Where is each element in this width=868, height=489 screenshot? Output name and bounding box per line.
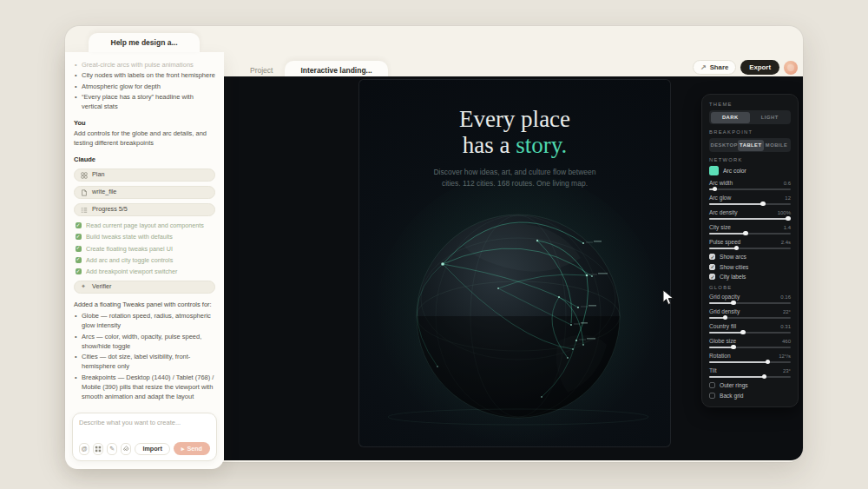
- share-button[interactable]: ↗ Share: [693, 60, 736, 75]
- globe-section-label: GLOBE: [709, 285, 791, 290]
- check-icon: [76, 222, 82, 228]
- list-item: Breakpoints — Desktop (1440) / Tablet (7…: [74, 373, 215, 402]
- components-button[interactable]: [93, 443, 103, 455]
- chat-sidebar: Great-circle arcs with pulse animations …: [65, 52, 224, 469]
- slider-thumb[interactable]: [723, 315, 728, 320]
- breakpoint-segmented-control: DESKTOP TABLET MOBILE: [709, 138, 791, 152]
- export-button[interactable]: Export: [740, 60, 779, 75]
- slider-thumb[interactable]: [762, 374, 767, 380]
- slider-thumb[interactable]: [713, 187, 718, 192]
- checkbox-icon: [709, 264, 715, 270]
- slider-grid-opacity[interactable]: Grid opacity0.16: [709, 294, 791, 304]
- checkbox-icon: [709, 382, 715, 388]
- composer: @ ✎ Import ▸ Send: [72, 413, 217, 461]
- summary-bullet-list: Globe — rotation speed, radius, atmosphe…: [74, 311, 215, 401]
- check-icon: [76, 246, 82, 252]
- check-icon: [76, 257, 82, 263]
- mouse-cursor: [662, 289, 676, 310]
- prompt-input[interactable]: [79, 419, 210, 434]
- assistant-bullet-list: Great-circle arcs with pulse animations …: [74, 60, 215, 111]
- progress-checklist: Read current page layout and components …: [76, 221, 215, 276]
- list-item: Globe — rotation speed, radius, atmosphe…: [74, 311, 215, 331]
- checklist-icon: [81, 207, 88, 214]
- paperclip-icon: [122, 446, 129, 453]
- chat-tab[interactable]: Help me design a...: [89, 33, 200, 52]
- check-icon: [76, 268, 82, 274]
- list-item: “Every place has a story” headline with …: [74, 92, 215, 112]
- theme-section-label: THEME: [709, 102, 791, 107]
- breakpoint-option-mobile[interactable]: MOBILE: [764, 140, 790, 151]
- slider-globe-size[interactable]: Globe size460: [709, 338, 791, 348]
- preview-viewport: Every place has a story. Discover how id…: [358, 79, 671, 447]
- checkbox-icon: [709, 393, 715, 399]
- arc-color-swatch[interactable]: [709, 166, 719, 175]
- user-role-label: You: [74, 118, 215, 128]
- slider-tilt[interactable]: Tilt23°: [709, 367, 791, 378]
- slider-thumb[interactable]: [734, 246, 740, 251]
- at-icon: @: [82, 446, 88, 452]
- tweaks-panel: THEME DARK LIGHT BREAKPOINT DESKTOP TABL…: [701, 94, 799, 407]
- progress-item: Build tweaks state with defaults: [76, 233, 215, 241]
- mention-button[interactable]: @: [79, 443, 89, 455]
- globe-visual: [359, 80, 670, 446]
- slider-thumb[interactable]: [786, 216, 791, 221]
- arc-color-control[interactable]: Arc color: [709, 166, 791, 175]
- user-message: Add controls for the globe and arc detai…: [74, 129, 215, 149]
- tool-chip-plan[interactable]: Plan: [74, 169, 215, 182]
- toggle-outer-rings[interactable]: Outer rings: [709, 382, 791, 388]
- style-button[interactable]: ✎: [107, 443, 117, 455]
- slider-thumb[interactable]: [740, 330, 746, 335]
- toggle-back-grid[interactable]: Back grid: [709, 393, 791, 399]
- list-item: Atmospheric glow for depth: [74, 82, 215, 91]
- theme-option-light[interactable]: LIGHT: [750, 112, 790, 123]
- document-icon: [81, 189, 88, 196]
- list-item: Great-circle arcs with pulse animations: [74, 60, 215, 69]
- list-item: Arcs — color, width, opacity, pulse spee…: [74, 332, 215, 352]
- slider-city-size[interactable]: City size1.4: [709, 224, 791, 235]
- checkbox-icon: [709, 274, 715, 280]
- slider-thumb[interactable]: [743, 231, 748, 236]
- list-item: Cities — dot size, label visibility, fro…: [74, 352, 215, 372]
- progress-item: Add breakpoint viewport switcher: [76, 268, 215, 276]
- network-section-label: NETWORK: [709, 157, 791, 162]
- slider-arc-width[interactable]: Arc width0.6: [709, 180, 791, 190]
- slider-thumb[interactable]: [760, 202, 766, 207]
- progress-item: Add arc and city toggle controls: [76, 256, 215, 265]
- slider-thumb[interactable]: [766, 360, 771, 365]
- slider-thumb[interactable]: [731, 345, 736, 350]
- sparkle-icon: ✦: [81, 282, 88, 292]
- slider-pulse-speed[interactable]: Pulse speed2.4s: [709, 239, 791, 249]
- checkbox-icon: [709, 254, 715, 260]
- progress-item: Read current page layout and components: [76, 221, 215, 230]
- import-button[interactable]: Import: [135, 443, 169, 455]
- breakpoint-option-tablet[interactable]: TABLET: [738, 140, 764, 151]
- send-icon: ▸: [181, 445, 185, 453]
- breakpoint-section-label: BREAKPOINT: [709, 129, 791, 135]
- slider-rotation[interactable]: Rotation12°/s: [709, 353, 791, 363]
- list-item: City nodes with labels on the front hemi…: [74, 70, 215, 80]
- breakpoint-option-desktop[interactable]: DESKTOP: [711, 140, 738, 151]
- summary-intro: Added a floating Tweaks panel with contr…: [74, 300, 215, 309]
- slider-country-fill[interactable]: Country fill0.31: [709, 323, 791, 334]
- progress-item: Create floating tweaks panel UI: [76, 245, 215, 254]
- share-arrow-icon: ↗: [700, 63, 707, 71]
- slider-grid-density[interactable]: Grid density22°: [709, 308, 791, 319]
- slider-arc-density[interactable]: Arc density100%: [709, 209, 791, 220]
- slider-thumb[interactable]: [731, 301, 736, 306]
- theme-option-dark[interactable]: DARK: [711, 112, 751, 123]
- grid-icon: [95, 446, 102, 453]
- attach-button[interactable]: [121, 443, 131, 455]
- check-icon: [76, 234, 82, 240]
- tool-chip-verifier[interactable]: ✦ Verifier: [74, 281, 215, 294]
- canvas-area: Every place has a story. Discover how id…: [224, 76, 803, 460]
- toggle-show-cities[interactable]: Show cities: [709, 264, 791, 270]
- slider-arc-glow[interactable]: Arc glow12: [709, 195, 791, 205]
- theme-segmented-control: DARK LIGHT: [709, 110, 791, 124]
- toggle-city-labels[interactable]: City labels: [709, 274, 791, 280]
- send-button[interactable]: ▸ Send: [174, 442, 210, 455]
- toggle-show-arcs[interactable]: Show arcs: [709, 254, 791, 260]
- tool-chip-write-file[interactable]: write_file: [74, 186, 215, 199]
- assistant-role-label: Claude: [74, 155, 215, 164]
- avatar[interactable]: [784, 61, 798, 75]
- tool-chip-progress[interactable]: Progress 5/5: [74, 203, 215, 216]
